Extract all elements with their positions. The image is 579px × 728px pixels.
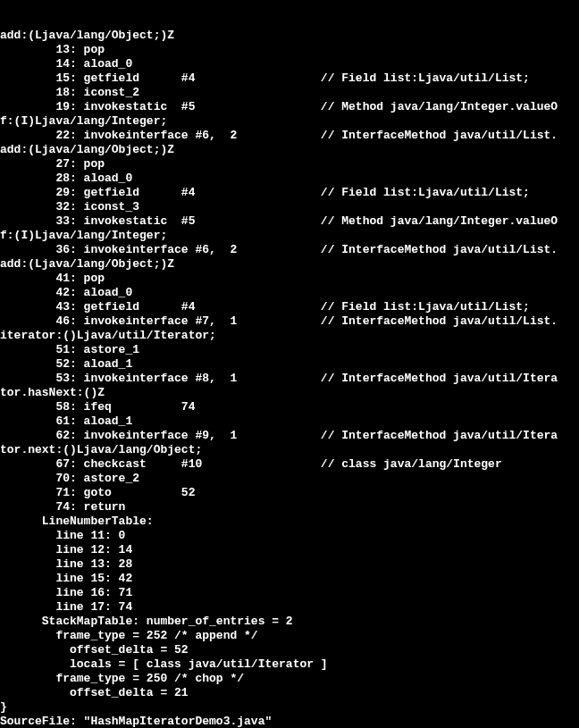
output-line: add:(Ljava/lang/Object;)Z <box>0 29 579 43</box>
output-line: line 13: 28 <box>0 557 579 572</box>
output-line: 28: aload_0 <box>0 172 579 186</box>
output-line: frame_type = 252 /* append */ <box>0 629 579 643</box>
output-line: 52: aload_1 <box>0 357 579 372</box>
output-line: locals = [ class java/util/Iterator ] <box>0 657 579 672</box>
output-line: 61: aload_1 <box>0 414 579 429</box>
output-line: 53: invokeinterface #8, 1 // InterfaceMe… <box>0 372 579 386</box>
output-line: line 17: 74 <box>0 600 579 615</box>
output-line: 51: astore_1 <box>0 343 579 357</box>
output-line: 70: astore_2 <box>0 472 579 486</box>
output-line: 42: aload_0 <box>0 286 579 300</box>
output-line: 62: invokeinterface #9, 1 // InterfaceMe… <box>0 429 579 443</box>
output-line: line 16: 71 <box>0 586 579 600</box>
output-line: 67: checkcast #10 // class java/lang/Int… <box>0 457 579 472</box>
output-line: 29: getfield #4 // Field list:Ljava/util… <box>0 186 579 200</box>
terminal-output[interactable]: add:(Ljava/lang/Object;)Z 13: pop 14: al… <box>0 0 579 728</box>
output-line: frame_type = 250 /* chop */ <box>0 672 579 686</box>
output-line: 74: return <box>0 500 579 515</box>
output-line: 71: goto 52 <box>0 486 579 500</box>
output-line: tor.hasNext:()Z <box>0 386 579 400</box>
output-line: 22: invokeinterface #6, 2 // InterfaceMe… <box>0 129 579 143</box>
output-line: tor.next:()Ljava/lang/Object; <box>0 443 579 457</box>
output-line: 58: ifeq 74 <box>0 400 579 414</box>
output-line: 15: getfield #4 // Field list:Ljava/util… <box>0 71 579 86</box>
output-line: StackMapTable: number_of_entries = 2 <box>0 615 579 629</box>
output-line: 13: pop <box>0 43 579 57</box>
output-line: offset_delta = 52 <box>0 643 579 657</box>
output-line: 19: invokestatic #5 // Method java/lang/… <box>0 100 579 114</box>
output-line: line 11: 0 <box>0 529 579 543</box>
output-line: } <box>0 700 579 715</box>
output-line: LineNumberTable: <box>0 515 579 529</box>
output-line: SourceFile: "HashMapIteratorDemo3.java" <box>0 715 579 728</box>
output-line: 32: iconst_3 <box>0 200 579 214</box>
output-line: f:(I)Ljava/lang/Integer; <box>0 229 579 243</box>
output-line: 27: pop <box>0 157 579 172</box>
output-line: line 12: 14 <box>0 543 579 557</box>
output-line: add:(Ljava/lang/Object;)Z <box>0 257 579 272</box>
output-line: line 15: 42 <box>0 572 579 586</box>
output-line: offset_delta = 21 <box>0 686 579 700</box>
output-line: 36: invokeinterface #6, 2 // InterfaceMe… <box>0 243 579 257</box>
output-line: add:(Ljava/lang/Object;)Z <box>0 143 579 157</box>
output-line: 41: pop <box>0 272 579 286</box>
output-line: 33: invokestatic #5 // Method java/lang/… <box>0 214 579 229</box>
output-line: iterator:()Ljava/util/Iterator; <box>0 329 579 343</box>
output-line: 46: invokeinterface #7, 1 // InterfaceMe… <box>0 314 579 329</box>
output-lines: add:(Ljava/lang/Object;)Z 13: pop 14: al… <box>0 29 579 728</box>
output-line: 14: aload_0 <box>0 57 579 71</box>
output-line: 43: getfield #4 // Field list:Ljava/util… <box>0 300 579 314</box>
output-line: 18: iconst_2 <box>0 86 579 100</box>
output-line: f:(I)Ljava/lang/Integer; <box>0 114 579 129</box>
